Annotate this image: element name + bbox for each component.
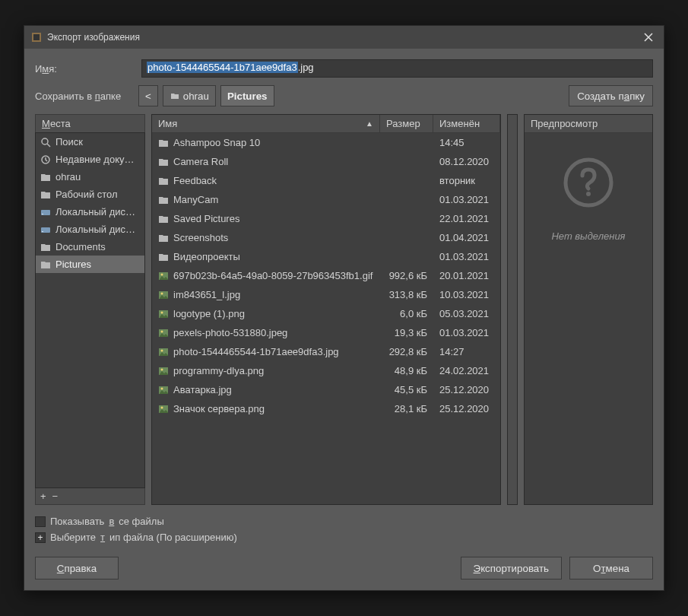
folder-icon bbox=[170, 90, 180, 101]
export-button[interactable]: Экспортировать bbox=[461, 557, 562, 579]
file-row[interactable]: logotype (1).png6,0 кБ05.03.2021 bbox=[152, 304, 500, 323]
path-row: Сохранить в папке < ohrau Pictures Созда… bbox=[35, 85, 653, 106]
close-button[interactable] bbox=[639, 28, 658, 46]
file-name: Camera Roll bbox=[173, 156, 228, 167]
image-icon bbox=[158, 271, 169, 281]
folder-icon bbox=[158, 233, 169, 243]
file-size: 992,6 кБ bbox=[380, 268, 433, 283]
remove-place-button[interactable]: − bbox=[52, 491, 59, 502]
file-row[interactable]: Видеопроекты01.03.2021 bbox=[152, 247, 500, 266]
folder-icon bbox=[158, 138, 169, 148]
file-row[interactable]: Saved Pictures22.01.2021 bbox=[152, 209, 500, 228]
folder-icon bbox=[158, 176, 169, 186]
place-item[interactable]: Недавние доку… bbox=[36, 151, 144, 168]
file-row[interactable]: ManyCam01.03.2021 bbox=[152, 190, 500, 209]
path-segment-pictures[interactable]: Pictures bbox=[220, 85, 274, 106]
place-label: Недавние доку… bbox=[55, 154, 135, 165]
image-icon bbox=[158, 385, 169, 395]
search-icon bbox=[40, 137, 51, 148]
scrollbar[interactable] bbox=[507, 114, 518, 505]
folder-icon bbox=[40, 242, 51, 252]
dialog-title: Экспорт изображения bbox=[47, 32, 639, 43]
image-icon bbox=[158, 328, 169, 338]
file-modified: 25.12.2020 bbox=[433, 383, 500, 397]
filename-input[interactable]: photo-1544465544-1b71aee9dfa3.jpg bbox=[141, 59, 653, 78]
filename-row: Имя: photo-1544465544-1b71aee9dfa3.jpg bbox=[35, 59, 653, 78]
filename-label: Имя: bbox=[35, 63, 134, 75]
file-row[interactable]: Screenshots01.04.2021 bbox=[152, 228, 500, 247]
recent-icon bbox=[40, 154, 51, 165]
place-label: Поиск bbox=[55, 136, 83, 148]
file-size bbox=[380, 154, 433, 169]
file-modified: 22.01.2021 bbox=[433, 211, 500, 226]
file-size bbox=[380, 249, 433, 264]
svg-point-19 bbox=[161, 368, 163, 370]
place-item[interactable]: Локальный дис… bbox=[36, 203, 144, 221]
file-modified: 14:27 bbox=[433, 345, 500, 359]
file-modified: 01.03.2021 bbox=[433, 325, 500, 340]
save-in-label: Сохранить в папке bbox=[35, 90, 134, 102]
show-all-files-checkbox[interactable]: Показывать все файлы bbox=[35, 516, 653, 527]
file-list-header: Имя ▲ Размер Изменён bbox=[152, 115, 500, 133]
checkbox-icon bbox=[35, 516, 46, 527]
file-row[interactable]: pexels-photo-531880.jpeg19,3 кБ01.03.202… bbox=[152, 323, 500, 342]
svg-point-9 bbox=[161, 273, 163, 275]
preview-body: Нет выделения bbox=[525, 133, 652, 504]
svg-rect-1 bbox=[33, 34, 40, 40]
file-size bbox=[380, 211, 433, 226]
add-place-button[interactable]: + bbox=[40, 491, 46, 502]
path-back-button[interactable]: < bbox=[138, 85, 158, 106]
cancel-button[interactable]: Отмена bbox=[569, 557, 653, 579]
help-button[interactable]: Справка bbox=[35, 557, 119, 579]
place-label: Рабочий стол bbox=[55, 189, 118, 200]
folder-icon bbox=[40, 189, 51, 200]
place-item[interactable]: Локальный дис… bbox=[36, 221, 144, 238]
file-row[interactable]: programmy-dlya.png48,9 кБ24.02.2021 bbox=[152, 361, 500, 380]
folder-icon bbox=[40, 259, 51, 270]
file-modified: 01.03.2021 bbox=[433, 249, 500, 264]
column-size[interactable]: Размер bbox=[380, 115, 433, 132]
file-name: Screenshots bbox=[173, 232, 228, 243]
image-icon bbox=[158, 290, 169, 300]
folder-icon bbox=[158, 157, 169, 167]
file-row[interactable]: Feedbackвторник bbox=[152, 171, 500, 190]
file-name: Ashampoo Snap 10 bbox=[173, 137, 260, 148]
place-item[interactable]: Documents bbox=[36, 238, 144, 256]
places-header[interactable]: Места bbox=[35, 114, 145, 132]
file-row[interactable]: Значок сервера.png28,1 кБ25.12.2020 bbox=[152, 399, 500, 418]
file-row[interactable]: im843651_l.jpg313,8 кБ10.03.2021 bbox=[152, 285, 500, 304]
create-folder-button[interactable]: Создать папку bbox=[569, 85, 653, 106]
column-modified[interactable]: Изменён bbox=[433, 115, 500, 132]
file-name: logotype (1).png bbox=[173, 308, 245, 319]
file-row[interactable]: photo-1544465544-1b71aee9dfa3.jpg292,8 к… bbox=[152, 342, 500, 361]
file-modified: вторник bbox=[433, 173, 500, 188]
main-area: Места ПоискНедавние доку…ohrauРабочий ст… bbox=[35, 114, 653, 505]
file-list-body: Ashampoo Snap 1014:45Camera Roll08.12.20… bbox=[152, 133, 500, 504]
file-size: 48,9 кБ bbox=[380, 364, 433, 378]
sort-asc-icon: ▲ bbox=[366, 119, 373, 128]
dialog-body: Имя: photo-1544465544-1b71aee9dfa3.jpg С… bbox=[24, 49, 664, 590]
places-list: ПоискНедавние доку…ohrauРабочий столЛока… bbox=[35, 132, 145, 488]
column-name[interactable]: Имя ▲ bbox=[152, 115, 380, 132]
file-row[interactable]: 697b023b-64a5-49a0-8059-27b963453fb1.gif… bbox=[152, 266, 500, 285]
path-segment-ohrau[interactable]: ohrau bbox=[163, 85, 216, 106]
place-item[interactable]: Pictures bbox=[36, 256, 144, 273]
svg-point-15 bbox=[161, 330, 163, 332]
file-modified: 05.03.2021 bbox=[433, 306, 500, 321]
button-row: Справка Экспортировать Отмена bbox=[35, 557, 653, 579]
file-name: pexels-photo-531880.jpeg bbox=[173, 327, 287, 338]
place-item[interactable]: Рабочий стол bbox=[36, 186, 144, 203]
file-row[interactable]: Camera Roll08.12.2020 bbox=[152, 152, 500, 171]
file-type-expander[interactable]: Выберите тип файла (По расширению) bbox=[35, 532, 653, 543]
svg-point-2 bbox=[42, 138, 48, 144]
svg-point-25 bbox=[586, 192, 591, 196]
file-modified: 10.03.2021 bbox=[433, 287, 500, 302]
file-row[interactable]: Ashampoo Snap 1014:45 bbox=[152, 133, 500, 152]
place-item[interactable]: ohrau bbox=[36, 168, 144, 186]
place-item[interactable]: Поиск bbox=[36, 133, 144, 151]
app-icon bbox=[30, 31, 43, 43]
filename-selection: photo-1544465544-1b71aee9dfa3 bbox=[147, 62, 298, 73]
file-name: im843651_l.jpg bbox=[173, 289, 240, 300]
file-row[interactable]: Аватарка.jpg45,5 кБ25.12.2020 bbox=[152, 380, 500, 399]
file-size: 292,8 кБ bbox=[380, 345, 433, 359]
